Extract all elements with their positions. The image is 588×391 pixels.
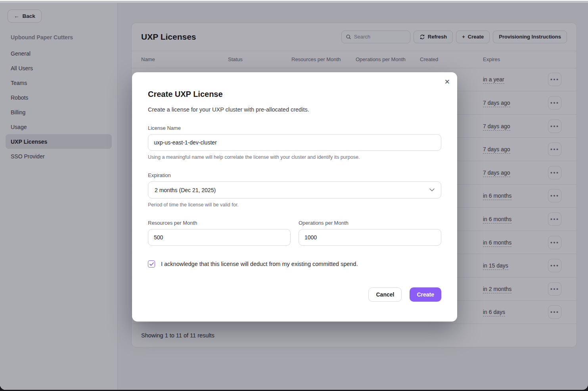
expiration-value: 2 months (Dec 21, 2025) bbox=[155, 187, 216, 193]
expiration-helper: Period of time the license will be valid… bbox=[148, 202, 441, 208]
cancel-button[interactable]: Cancel bbox=[368, 287, 402, 302]
check-icon bbox=[149, 262, 154, 266]
operations-label: Operations per Month bbox=[299, 220, 441, 226]
modal-create-button[interactable]: Create bbox=[410, 287, 441, 302]
chevron-down-icon bbox=[429, 188, 435, 192]
acknowledge-label: I acknowledge that this license will ded… bbox=[161, 261, 358, 267]
acknowledge-checkbox[interactable] bbox=[148, 260, 155, 268]
license-name-helper: Using a meaningful name will help correl… bbox=[148, 154, 441, 160]
resources-input[interactable] bbox=[148, 229, 291, 246]
close-button[interactable]: ✕ bbox=[444, 79, 450, 85]
expiration-select[interactable]: 2 months (Dec 21, 2025) bbox=[148, 181, 441, 198]
modal-title: Create UXP License bbox=[148, 72, 441, 99]
close-icon: ✕ bbox=[444, 78, 450, 86]
modal-actions: Cancel Create bbox=[148, 287, 441, 302]
app-window: ← Back Upbound Paper Cutters General All… bbox=[0, 3, 588, 390]
operations-input[interactable] bbox=[299, 229, 441, 246]
acknowledge-row: I acknowledge that this license will ded… bbox=[148, 260, 441, 268]
resources-label: Resources per Month bbox=[148, 220, 291, 226]
license-name-input[interactable] bbox=[148, 134, 441, 151]
screen: ← Back Upbound Paper Cutters General All… bbox=[0, 0, 588, 391]
license-name-label: License Name bbox=[148, 125, 441, 131]
modal-description: Create a license for your UXP cluster wi… bbox=[148, 106, 441, 113]
create-license-modal: ✕ Create UXP License Create a license fo… bbox=[132, 72, 457, 322]
expiration-label: Expiration bbox=[148, 172, 441, 178]
